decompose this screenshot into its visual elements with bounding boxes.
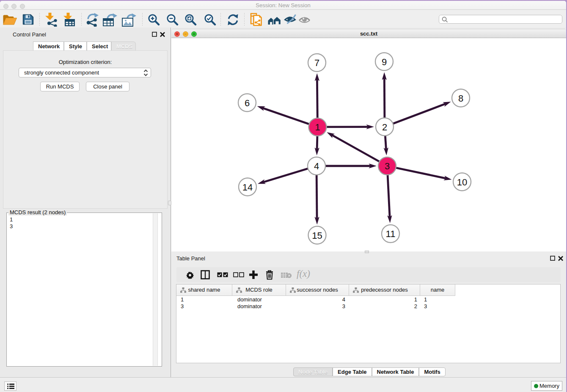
svg-text:14: 14 xyxy=(242,182,253,192)
svg-text:4: 4 xyxy=(314,161,319,171)
svg-text:10: 10 xyxy=(457,177,467,187)
svg-text:11: 11 xyxy=(386,229,396,239)
svg-text:15: 15 xyxy=(312,230,322,240)
svg-text:9: 9 xyxy=(382,56,387,67)
svg-text:1: 1 xyxy=(315,122,320,133)
svg-text:2: 2 xyxy=(382,121,387,132)
svg-text:3: 3 xyxy=(385,161,390,171)
svg-text:6: 6 xyxy=(245,97,250,108)
svg-text:7: 7 xyxy=(314,58,319,68)
svg-text:8: 8 xyxy=(458,93,463,103)
